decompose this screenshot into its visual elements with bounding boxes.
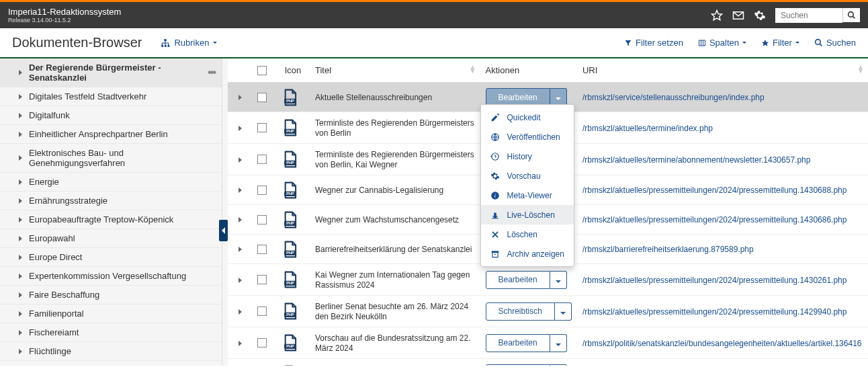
- action-caret[interactable]: [550, 364, 567, 366]
- svg-rect-16: [492, 218, 498, 218]
- row-checkbox[interactable]: [257, 155, 267, 164]
- search-button[interactable]: Suchen: [814, 38, 856, 48]
- global-search-input[interactable]: [775, 8, 842, 23]
- table-row[interactable]: Vorschau auf die Bundesratssitzung am 22…: [228, 327, 868, 359]
- row-uri-link[interactable]: /rbmskzl/aktuelles/termine/index.php: [582, 124, 713, 133]
- row-checkbox[interactable]: [257, 215, 267, 224]
- dropdown-item-label: Vorschau: [507, 171, 541, 181]
- sidebar-item[interactable]: Formularverzeichnis: [0, 361, 222, 366]
- chevron-right-icon[interactable]: [238, 126, 242, 131]
- row-checkbox[interactable]: [257, 93, 267, 102]
- row-checkbox[interactable]: [257, 306, 267, 316]
- sidebar-item[interactable]: Elektronisches Bau- und Genehmigungsverf…: [0, 144, 222, 173]
- chevron-right-icon[interactable]: [238, 278, 242, 283]
- meta-viewer-icon: i: [490, 190, 501, 200]
- sidebar-item[interactable]: Familienportal: [0, 304, 222, 323]
- dropdown-item-history[interactable]: History: [481, 147, 574, 166]
- sidebar-item[interactable]: Europawahl: [0, 229, 222, 248]
- page-title: Dokumenten-Browser: [12, 35, 142, 50]
- table-row[interactable]: Aktuelle Stellenausschreibungen Bearbeit…: [228, 83, 868, 112]
- row-checkbox[interactable]: [257, 338, 267, 347]
- chevron-right-icon[interactable]: [238, 95, 242, 100]
- action-caret[interactable]: [555, 302, 572, 321]
- chevron-down-icon: [556, 97, 561, 100]
- action-button[interactable]: Bearbeiten: [486, 88, 550, 106]
- row-checkbox[interactable]: [257, 275, 267, 284]
- action-caret[interactable]: [550, 334, 567, 352]
- splitter[interactable]: [222, 58, 228, 366]
- sidebar-item-label: Europawahl: [29, 233, 215, 243]
- sidebar-item[interactable]: Fischereiamt: [0, 323, 222, 342]
- table-row[interactable]: Kai Wegner zum Internationalen Tag gegen…: [228, 264, 868, 296]
- global-search-button[interactable]: [842, 8, 860, 22]
- action-button[interactable]: Schreibtisch: [486, 302, 555, 321]
- sidebar-item[interactable]: Ernährungsstrategie: [0, 192, 222, 210]
- action-caret[interactable]: [550, 271, 567, 289]
- row-checkbox[interactable]: [257, 186, 267, 195]
- columns-dropdown[interactable]: Spalten: [698, 38, 746, 48]
- chevron-right-icon[interactable]: [238, 157, 242, 163]
- gear-icon[interactable]: [754, 9, 766, 22]
- more-icon[interactable]: •••: [208, 67, 215, 79]
- dropdown-item-preview[interactable]: Vorschau: [481, 166, 574, 186]
- sidebar-item[interactable]: Energie: [0, 173, 222, 192]
- svg-point-11: [816, 40, 821, 45]
- envelope-icon[interactable]: [732, 9, 744, 22]
- action-button[interactable]: Bearbeiten: [486, 364, 550, 366]
- chevron-right-icon[interactable]: [238, 188, 242, 193]
- table-row[interactable]: Berliner Senat besuchte am 26. März 2024…: [228, 296, 868, 327]
- row-uri-link[interactable]: /rbmskzl/aktuelles/pressemitteilungen/20…: [582, 307, 847, 317]
- sidebar-item[interactable]: Einheitlicher Ansprechpartner Berlin: [0, 125, 222, 144]
- sidebar-item[interactable]: Europabeauftragte Treptow-Köpenick: [0, 210, 222, 229]
- dropdown-item-meta-viewer[interactable]: i Meta-Viewer: [481, 186, 574, 205]
- col-uri[interactable]: URI▲▼: [577, 58, 868, 83]
- dropdown-item-delete[interactable]: Löschen: [481, 224, 574, 244]
- select-all[interactable]: [252, 58, 276, 83]
- dropdown-item-quickedit[interactable]: Quickedit: [481, 108, 574, 127]
- row-title: Wegner zum Wachstumschancengesetz: [315, 215, 459, 224]
- sidebar-item[interactable]: Faire Beschaffung: [0, 286, 222, 304]
- row-uri-link[interactable]: /rbmskzl/aktuelles/pressemitteilungen/20…: [582, 186, 847, 195]
- filter-dropdown[interactable]: Filter: [761, 38, 799, 48]
- sidebar-item[interactable]: Flüchtlinge: [0, 342, 222, 361]
- col-title[interactable]: Titel▲▼: [310, 58, 480, 83]
- chevron-right-icon[interactable]: [238, 309, 242, 315]
- action-button[interactable]: Bearbeiten: [486, 334, 550, 352]
- dropdown-item-live-delete[interactable]: Live-Löschen: [481, 205, 574, 224]
- delete-icon: [490, 229, 501, 239]
- dropdown-item-publish[interactable]: Veröffentlichen: [481, 127, 574, 147]
- action-caret[interactable]: [550, 88, 567, 106]
- sidebar-item[interactable]: Digitalfunk: [0, 106, 222, 125]
- chevron-right-icon: [19, 132, 22, 137]
- dropdown-item-label: Archiv anzeigen: [507, 249, 564, 259]
- row-checkbox[interactable]: [257, 123, 267, 132]
- sidebar-item[interactable]: Europe Direct: [0, 248, 222, 267]
- row-uri-link[interactable]: /rbmskzl/politik/senatskanzlei/bundesang…: [582, 339, 862, 348]
- dropdown-item-archive[interactable]: Archiv anzeigen: [481, 244, 574, 263]
- row-uri-link[interactable]: /rbmskzl/service/stellenausschreibungen/…: [582, 93, 765, 102]
- row-uri-link[interactable]: /rbmskzl/aktuelles/termine/abonnement/ne…: [582, 155, 811, 165]
- row-uri-link[interactable]: /rbmskzl/aktuelles/pressemitteilungen/20…: [582, 276, 847, 285]
- sidebar-item[interactable]: Digitales Testfeld Stadtverkehr: [0, 87, 222, 106]
- filter-set-button[interactable]: Filter setzen: [624, 38, 683, 48]
- action-button[interactable]: Bearbeiten: [486, 271, 550, 289]
- global-search: [775, 8, 860, 23]
- main-content: Icon Titel▲▼ Aktionen URI▲▼ Aktuelle Ste…: [228, 58, 868, 366]
- rubriken-dropdown[interactable]: Rubriken: [161, 38, 217, 48]
- row-checkbox[interactable]: [257, 245, 267, 254]
- sidebar-item[interactable]: Der Regierende Bürgermeister - Senatskan…: [0, 58, 222, 87]
- row-uri-link[interactable]: /rbmskzl/barrierefreiheitserklaerung.879…: [582, 245, 754, 254]
- chevron-right-icon[interactable]: [238, 217, 242, 222]
- star-icon[interactable]: [711, 9, 723, 22]
- chevron-down-icon: [795, 42, 799, 44]
- svg-point-1: [849, 12, 854, 17]
- sidebar-item-label: Digitalfunk: [29, 110, 215, 120]
- table-row[interactable]: Bundesangelegenheiten Bearbeiten /rbmskz…: [228, 359, 868, 366]
- live-delete-icon: [490, 210, 501, 220]
- chevron-right-icon[interactable]: [238, 341, 242, 346]
- col-icon[interactable]: Icon: [276, 58, 310, 83]
- row-uri-link[interactable]: /rbmskzl/aktuelles/pressemitteilungen/20…: [582, 215, 847, 224]
- sidebar-item[interactable]: Expertenkommission Vergesellschaftung: [0, 267, 222, 286]
- chevron-right-icon[interactable]: [238, 247, 242, 252]
- splitter-handle-icon[interactable]: [219, 220, 228, 241]
